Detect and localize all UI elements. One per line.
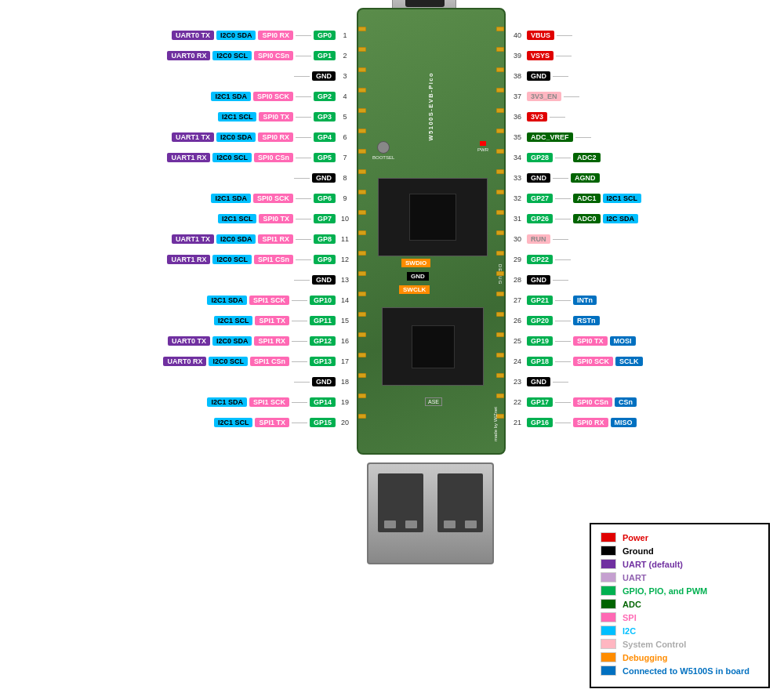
left-pin-row: UART0 TXI2C0 SDASPI1 RXGP1216 xyxy=(168,331,353,351)
right-pin-row: 29GP22 xyxy=(510,249,573,270)
pin-pad xyxy=(496,149,504,154)
gnd-debug-label: GND xyxy=(407,272,429,281)
pin-pad xyxy=(358,67,366,72)
legend-item: I2C xyxy=(601,626,759,636)
pin-pad xyxy=(496,353,504,357)
right-pin-row: 33GNDAGND xyxy=(510,168,600,188)
pin-pad xyxy=(358,47,366,52)
right-pin-row: 40VBUS xyxy=(510,25,575,45)
legend-label: UART xyxy=(622,573,647,582)
pin-pad xyxy=(496,230,504,235)
pin-pad xyxy=(358,129,366,133)
left-pin-row: I2C1 SDASPI1 SCKGP1419 xyxy=(207,392,353,412)
right-pin-row: 39VSYS xyxy=(510,45,574,66)
board-label: W5100S-EVB-Pico xyxy=(427,72,434,141)
right-pin-row: 373V3_EN xyxy=(510,86,582,107)
left-pin-row: I2C1 SCLSPI1 TXGP1115 xyxy=(214,310,353,331)
pin-pad xyxy=(358,332,366,337)
legend-color-swatch xyxy=(601,546,616,556)
legend-color-swatch xyxy=(601,652,616,662)
pin-pad xyxy=(358,149,366,154)
left-pin-row: I2C1 SDASPI0 SCKGP69 xyxy=(211,188,353,209)
left-pin-row: I2C1 SDASPI0 SCKGP24 xyxy=(211,86,353,107)
legend-item: ADC xyxy=(601,599,759,609)
left-pin-row: UART1 TXI2C0 SDASPI0 RXGP46 xyxy=(172,127,353,147)
legend: PowerGroundUART (default)UARTGPIO, PIO, … xyxy=(590,523,770,688)
legend-label: GPIO, PIO, and PWM xyxy=(622,586,707,596)
made-by-wiznet: made by WIZnet xyxy=(493,407,498,441)
legend-color-swatch xyxy=(601,639,616,649)
right-pin-row: 28GND xyxy=(510,270,571,290)
pin-pad xyxy=(358,271,366,276)
legend-color-swatch xyxy=(601,612,616,622)
legend-label: Debugging xyxy=(622,653,667,662)
left-pin-row: GND18 xyxy=(292,372,353,392)
legend-color-swatch xyxy=(601,586,616,596)
right-pin-row: 22GP17SPI0 CSnCSn xyxy=(510,392,637,412)
pin-pad xyxy=(496,394,504,398)
pin-pad xyxy=(358,353,366,357)
pwr-led-indicator xyxy=(480,141,486,146)
right-pin-row: 363V3 xyxy=(510,107,568,127)
swdio-label: SWDIO xyxy=(401,259,430,267)
pin-pad xyxy=(358,190,366,194)
pin-pad xyxy=(496,292,504,296)
left-pin-row: UART0 RXI2C0 SCLSPI1 CSnGP1317 xyxy=(163,351,353,372)
legend-item: Ground xyxy=(601,546,759,556)
left-pin-row: UART0 TXI2C0 SDASPI0 RXGP01 xyxy=(172,25,353,45)
right-pin-row: 38GND xyxy=(510,66,571,86)
pin-pad xyxy=(496,27,504,31)
right-pin-row: 27GP21INTn xyxy=(510,290,597,310)
pin-pad xyxy=(358,373,366,378)
pin-pad xyxy=(496,169,504,174)
pin-pad xyxy=(496,88,504,92)
pin-pad xyxy=(496,312,504,317)
legend-color-swatch xyxy=(601,599,616,609)
pin-pad xyxy=(358,292,366,296)
right-pin-row: 31GP26ADC0I2C SDA xyxy=(510,209,638,229)
right-pin-row: 34GP28ADC2 xyxy=(510,147,601,168)
legend-item: UART xyxy=(601,572,759,582)
eth-tab-4 xyxy=(465,520,477,528)
main-chip xyxy=(378,178,488,256)
swclk-label: SWCLK xyxy=(399,285,430,294)
pin-pad xyxy=(358,108,366,113)
pin-pad xyxy=(358,251,366,256)
legend-color-swatch xyxy=(601,532,616,542)
bootsel-label: BOOTSEL xyxy=(372,141,394,160)
pwr-led: PWR xyxy=(477,141,488,152)
legend-color-swatch xyxy=(601,626,616,636)
right-pin-row: 23GND xyxy=(510,372,571,392)
eth-tab-3 xyxy=(444,520,456,528)
right-pin-row: 24GP18SPI0 SCKSCLK xyxy=(510,351,643,372)
pin-pad xyxy=(496,129,504,133)
bootsel-button xyxy=(377,141,390,154)
ase-label: ASE xyxy=(425,397,442,406)
eth-port-1 xyxy=(378,473,423,532)
right-pin-row: 32GP27ADC1I2C1 SCL xyxy=(510,188,641,209)
legend-label: Connected to W5100S in board xyxy=(622,666,750,676)
legend-item: Connected to W5100S in board xyxy=(601,666,759,676)
w5100s-chip xyxy=(382,307,484,386)
legend-color-swatch xyxy=(601,666,616,676)
pin-pad xyxy=(496,210,504,215)
left-pads xyxy=(358,27,366,434)
eth-tab-2 xyxy=(405,520,417,528)
pin-pad xyxy=(358,27,366,31)
left-pin-row: UART1 RXI2C0 SCLSPI0 CSnGP57 xyxy=(167,147,353,168)
legend-label: I2C xyxy=(622,626,636,636)
left-pin-row: UART0 RXI2C0 SCLSPI0 CSnGP12 xyxy=(167,45,353,66)
eth-port-2 xyxy=(437,473,483,532)
legend-item: GPIO, PIO, and PWM xyxy=(601,586,759,596)
left-pin-row: UART1 RXI2C0 SCLSPI1 CSnGP912 xyxy=(167,249,353,270)
usb-port xyxy=(405,0,445,7)
pin-pad xyxy=(496,67,504,72)
pin-pad xyxy=(496,332,504,337)
legend-item: SPI xyxy=(601,612,759,622)
right-pin-row: 26GP20RSTn xyxy=(510,310,600,331)
legend-color-swatch xyxy=(601,559,616,569)
pin-pad xyxy=(496,271,504,276)
legend-items: PowerGroundUART (default)UARTGPIO, PIO, … xyxy=(601,532,759,676)
pin-pad xyxy=(358,394,366,398)
right-pin-row: 30RUN xyxy=(510,229,571,249)
